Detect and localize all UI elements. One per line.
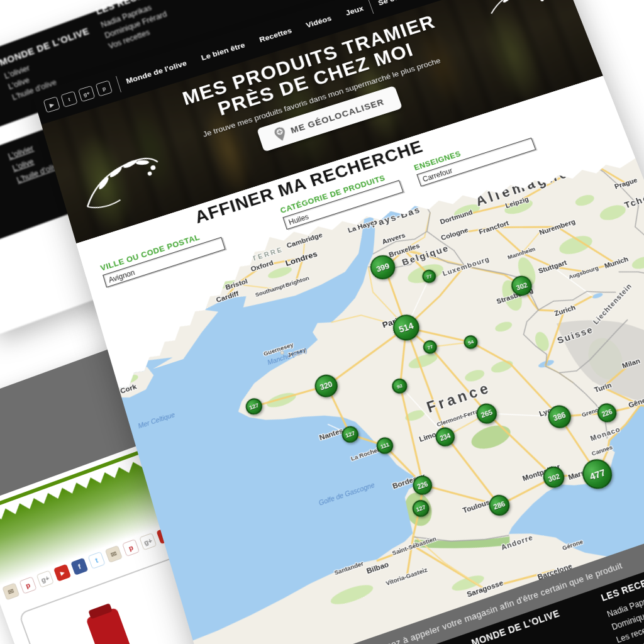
nav-separator [368, 0, 374, 13]
nav-item[interactable]: Jeux ▾ [345, 4, 365, 17]
map-label: Dresde [577, 155, 601, 169]
geolocation-pin-icon [273, 126, 287, 142]
mockup-canvas: MONDE DE L'OLIVE L'olivierL'oliveL'huile… [0, 0, 644, 644]
map-label: Magdebourg [518, 160, 553, 176]
map-label: PAYS DE [164, 276, 206, 296]
youtube-icon[interactable]: ▶ [43, 96, 60, 113]
nav-item[interactable]: Le bien être ▾ [200, 41, 246, 62]
map-label: Wolfsbourg [499, 164, 532, 179]
map-label: GALLES [169, 286, 209, 305]
nav-separator [116, 75, 121, 92]
twitter-icon[interactable]: t [60, 91, 77, 108]
google-plus-icon[interactable]: g+ [78, 86, 95, 102]
pinterest-icon[interactable]: p [96, 80, 113, 96]
nav-item-login[interactable]: Se connecter [377, 0, 427, 7]
nav-item[interactable]: Recettes ▾ [258, 26, 293, 44]
product-bottle-image [86, 608, 148, 644]
nav-item[interactable]: Vidéos ▾ [305, 14, 333, 30]
